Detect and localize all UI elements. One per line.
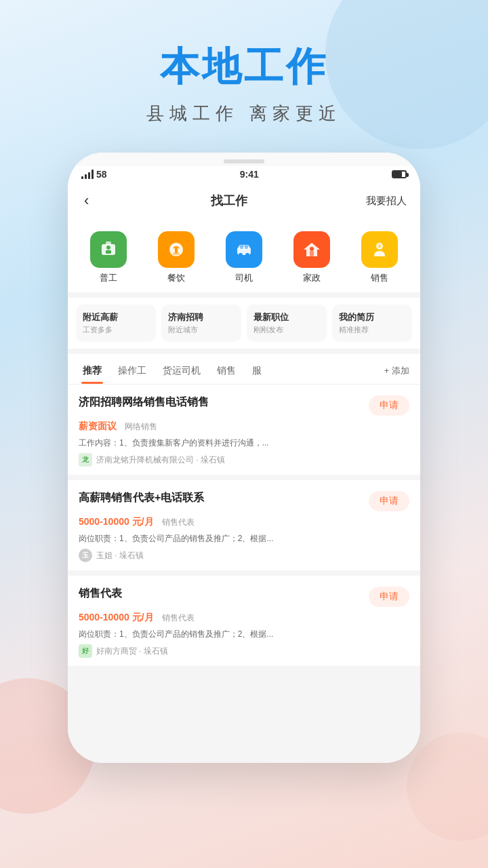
quick-card-latest[interactable]: 最新职位 刚刚发布 — [247, 304, 327, 342]
quick-card-nearby-title: 附近高薪 — [83, 311, 149, 323]
quick-card-latest-title: 最新职位 — [253, 311, 320, 323]
hero-sub-title: 县城工作 离家更近 — [0, 102, 488, 125]
company-logo-2: 玉 — [79, 549, 92, 562]
job-company-3: 好 好南方商贸 · 垛石镇 — [79, 644, 409, 658]
category-housekeep-label: 家政 — [303, 272, 321, 284]
category-food-label: 餐饮 — [167, 272, 185, 284]
category-sales[interactable]: 销售 — [361, 231, 398, 284]
tab-driver[interactable]: 货运司机 — [156, 361, 207, 384]
tab-service[interactable]: 服 — [245, 361, 268, 384]
quick-card-latest-sub: 刚刚发布 — [253, 325, 320, 335]
svg-rect-12 — [245, 245, 248, 249]
svg-point-9 — [239, 253, 243, 257]
svg-point-6 — [173, 252, 180, 255]
category-general-label: 普工 — [100, 272, 117, 284]
job-company-2: 玉 玉姐 · 垛石镇 — [79, 549, 409, 562]
status-time: 9:41 — [240, 169, 259, 180]
category-driver-label: 司机 — [235, 272, 253, 284]
category-driver-icon — [226, 231, 262, 268]
hero-main-title: 本地工作 — [0, 41, 488, 94]
signal-icon — [81, 170, 94, 179]
tab-add-button[interactable]: + 添加 — [382, 361, 412, 384]
company-name-3: 好南方商贸 · 垛石镇 — [96, 646, 168, 657]
tab-bar: 推荐 操作工 货运司机 销售 服 + 添加 — [68, 354, 420, 384]
company-name-1: 济南龙铭升降机械有限公司 · 垛石镇 — [96, 454, 225, 466]
category-food-icon — [158, 231, 195, 268]
quick-card-jinan-title: 济南招聘 — [168, 311, 235, 323]
job-title-2: 高薪聘销售代表+电话联系 — [79, 491, 362, 505]
phone-mockup: 58 9:41 ‹ 找工作 我要招人 — [0, 153, 488, 763]
svg-point-2 — [106, 245, 110, 250]
job-company-1: 龙 济南龙铭升降机械有限公司 · 垛石镇 — [79, 453, 409, 467]
battery-fill — [393, 172, 403, 177]
tab-operator[interactable]: 操作工 — [111, 361, 153, 384]
quick-card-jinan[interactable]: 济南招聘 附近城市 — [161, 304, 241, 342]
job-tag-1: 网络销售 — [125, 421, 157, 433]
quick-card-resume-sub: 精准推荐 — [339, 325, 405, 335]
svg-rect-5 — [175, 248, 178, 253]
svg-rect-17 — [378, 244, 381, 248]
svg-rect-11 — [240, 245, 243, 249]
category-general[interactable]: 普工 — [90, 231, 127, 284]
phone-frame: 58 9:41 ‹ 找工作 我要招人 — [68, 153, 420, 763]
job-desc-2: 岗位职责：1、负责公司产品的销售及推广；2、根据... — [79, 532, 409, 545]
quick-card-jinan-sub: 附近城市 — [168, 325, 235, 335]
job-salary-1: 薪资面议 — [79, 420, 117, 431]
category-row: 普工 餐饮 — [68, 220, 420, 292]
tab-sales[interactable]: 销售 — [210, 361, 243, 384]
quick-card-nearby[interactable]: 附近高薪 工资多多 — [76, 304, 156, 342]
svg-point-14 — [310, 247, 314, 251]
job-salary-row-3: 5000-10000 元/月 销售代表 — [79, 611, 409, 624]
job-salary-row-1: 薪资面议 网络销售 — [79, 420, 409, 433]
job-header-2: 高薪聘销售代表+电话联系 申请 — [79, 491, 409, 511]
company-name-2: 玉姐 · 垛石镇 — [96, 550, 144, 561]
status-bar: 58 9:41 — [68, 166, 420, 184]
job-card-1: 济阳招聘网络销售电话销售 申请 薪资面议 网络销售 工作内容：1、负责搜集新客户… — [68, 384, 420, 475]
category-housekeep-icon — [293, 231, 330, 268]
category-general-icon — [90, 231, 127, 268]
quick-access-row: 附近高薪 工资多多 济南招聘 附近城市 最新职位 刚刚发布 我的简历 精准推荐 — [68, 298, 420, 349]
quick-card-resume-title: 我的简历 — [339, 311, 405, 323]
job-title-3: 销售代表 — [79, 587, 362, 601]
job-card-2: 高薪聘销售代表+电话联系 申请 5000-10000 元/月 销售代表 岗位职责… — [68, 480, 420, 570]
job-header-1: 济阳招聘网络销售电话销售 申请 — [79, 395, 409, 416]
quick-card-resume[interactable]: 我的简历 精准推荐 — [332, 304, 412, 342]
category-driver[interactable]: 司机 — [226, 231, 262, 284]
job-card-3: 销售代表 申请 5000-10000 元/月 销售代表 岗位职责：1、负责公司产… — [68, 576, 420, 666]
category-sales-label: 销售 — [371, 272, 388, 284]
nav-title: 找工作 — [211, 193, 247, 209]
svg-rect-3 — [106, 250, 111, 254]
job-list: 济阳招聘网络销售电话销售 申请 薪资面议 网络销售 工作内容：1、负责搜集新客户… — [68, 384, 420, 666]
job-tag-3: 销售代表 — [162, 612, 195, 624]
content-area: 普工 餐饮 — [68, 220, 420, 763]
apply-button-1[interactable]: 申请 — [369, 395, 409, 416]
company-logo-3: 好 — [79, 644, 92, 658]
job-title-1: 济阳招聘网络销售电话销售 — [79, 395, 362, 410]
status-left: 58 — [81, 169, 107, 180]
company-logo-1: 龙 — [79, 453, 92, 467]
category-housekeep[interactable]: 家政 — [293, 231, 330, 284]
job-salary-2: 5000-10000 元/月 — [79, 516, 154, 527]
job-desc-3: 岗位职责：1、负责公司产品的销售及推广；2、根据... — [79, 628, 409, 640]
back-button[interactable]: ‹ — [81, 189, 92, 212]
nav-bar: ‹ 找工作 我要招人 — [68, 184, 420, 220]
phone-notch — [88, 159, 400, 163]
apply-button-3[interactable]: 申请 — [369, 587, 409, 607]
job-salary-row-2: 5000-10000 元/月 销售代表 — [79, 515, 409, 528]
category-sales-icon — [361, 231, 398, 268]
job-header-3: 销售代表 申请 — [79, 587, 409, 607]
tab-recommend[interactable]: 推荐 — [76, 361, 108, 384]
svg-rect-1 — [106, 241, 111, 245]
signal-text: 58 — [96, 169, 107, 180]
svg-rect-15 — [310, 251, 314, 256]
hero-section: 本地工作 县城工作 离家更近 — [0, 0, 488, 139]
phone-top-bar — [68, 153, 420, 166]
nav-right-action[interactable]: 我要招人 — [366, 195, 407, 208]
job-tag-2: 销售代表 — [162, 517, 195, 528]
battery-icon — [392, 170, 407, 178]
quick-card-nearby-sub: 工资多多 — [83, 325, 149, 335]
category-food[interactable]: 餐饮 — [158, 231, 195, 284]
apply-button-2[interactable]: 申请 — [369, 491, 409, 511]
phone-speaker — [224, 159, 264, 163]
job-desc-1: 工作内容：1、负责搜集新客户的资料并进行沟通，... — [79, 437, 409, 449]
